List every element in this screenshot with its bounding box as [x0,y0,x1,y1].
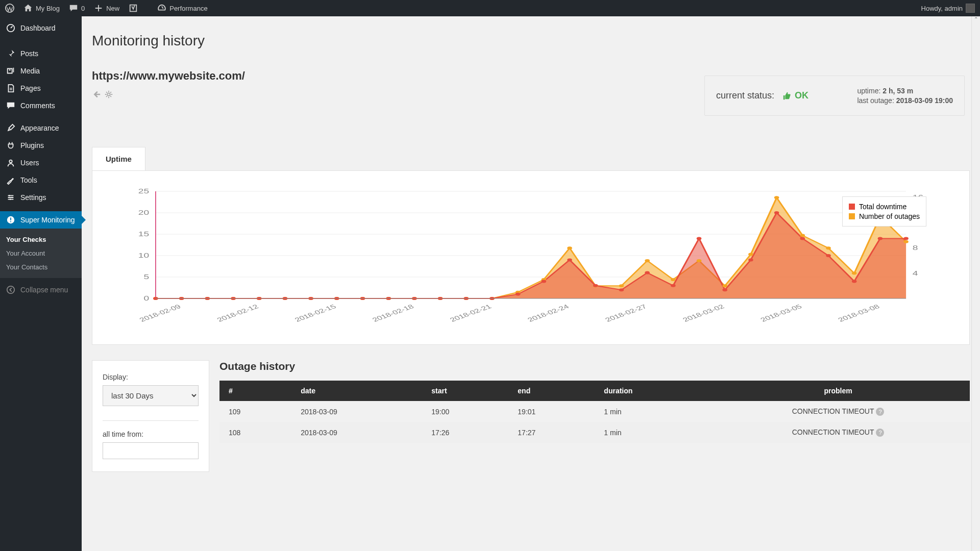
svg-point-5 [11,197,13,198]
svg-text:2018-03-02: 2018-03-02 [681,304,726,323]
svg-text:15: 15 [138,231,149,237]
last-outage-value: 2018-03-09 19:00 [896,96,953,105]
display-select[interactable]: last 30 Days [103,385,199,406]
sidebar-item-super-monitoring[interactable]: Super Monitoring [0,211,82,229]
sidebar-item-pages[interactable]: Pages [0,80,82,97]
home-icon [23,4,33,13]
all-time-from-input[interactable] [103,442,199,459]
collapse-menu[interactable]: Collapse menu [0,281,82,298]
sidebar-sub-your-checks[interactable]: Your Checks [0,233,82,246]
chart-legend: Total downtime Number of outages [842,196,926,227]
svg-point-94 [800,237,805,240]
svg-rect-9 [10,221,11,222]
tab-uptime[interactable]: Uptime [92,147,145,170]
sidebar-item-tools[interactable]: Tools [0,171,82,189]
uptime-chart: 05101520254812162018-02-092018-02-122018… [123,186,939,324]
svg-point-83 [516,293,521,296]
content-area: Monitoring history https://www.mywebsite… [82,16,980,551]
svg-point-91 [722,288,727,291]
table-row: 1082018-03-0917:2617:271 minCONNECTION T… [219,422,970,443]
last-outage-label: last outage: [857,96,894,105]
outage-panel: Outage history # date start end duration… [219,360,970,472]
outage-table: # date start end duration problem 109201… [219,381,970,443]
svg-point-88 [645,271,650,274]
svg-point-84 [542,280,547,283]
svg-text:2018-02-27: 2018-02-27 [603,304,648,323]
svg-point-10 [7,286,14,293]
sidebar-sub-your-contacts[interactable]: Your Contacts [0,260,82,274]
new-link[interactable]: New [94,4,119,13]
svg-point-58 [645,259,650,262]
back-button[interactable] [92,90,101,101]
uptime-value: 2 h, 53 m [883,87,913,95]
arrow-left-icon [92,90,101,99]
svg-point-63 [774,196,779,199]
sidebar-item-settings[interactable]: Settings [0,189,82,206]
svg-point-60 [697,259,702,262]
svg-point-90 [697,237,702,240]
svg-text:4: 4 [913,270,918,277]
svg-text:5: 5 [143,273,149,280]
table-row: 1092018-03-0919:0019:011 minCONNECTION T… [219,401,970,422]
wp-logo[interactable] [5,4,14,13]
dashboard-icon [6,23,15,33]
help-icon[interactable]: ? [876,429,884,437]
svg-text:20: 20 [138,209,149,216]
svg-text:2018-02-09: 2018-02-09 [138,304,182,323]
page-title: Monitoring history [92,33,970,49]
sidebar-sub-your-account[interactable]: Your Account [0,246,82,260]
svg-text:2018-02-21: 2018-02-21 [448,304,493,323]
svg-text:2018-02-24: 2018-02-24 [526,304,570,323]
admin-sidebar: Dashboard Posts Media Pages Comments App… [0,16,82,551]
scrollbar[interactable]: ⌃ [971,16,980,551]
sidebar-item-dashboard[interactable]: Dashboard [0,16,82,40]
tabs: Uptime [92,147,970,170]
sidebar-item-posts[interactable]: Posts [0,45,82,62]
sidebar-item-comments[interactable]: Comments [0,97,82,114]
performance-link[interactable]: Performance [157,4,207,13]
svg-point-57 [619,284,624,287]
svg-text:2018-03-08: 2018-03-08 [837,304,881,323]
yoast-link[interactable] [129,4,138,13]
comments-link[interactable]: 0 [69,4,85,13]
sidebar-item-plugins[interactable]: Plugins [0,137,82,154]
site-name: My Blog [36,5,60,12]
svg-text:8: 8 [913,245,918,252]
sidebar-item-users[interactable]: Users [0,154,82,171]
sidebar-item-media[interactable]: Media [0,62,82,80]
gauge-icon [157,4,166,13]
svg-point-93 [774,211,779,214]
howdy-link[interactable]: Howdy, admin [921,4,975,13]
collapse-icon [6,285,15,294]
svg-point-95 [826,254,831,257]
settings-gear-button[interactable] [104,90,113,101]
svg-text:0: 0 [143,295,149,302]
plus-icon [94,4,103,13]
display-label: Display: [103,373,199,381]
outage-history-title: Outage history [219,360,970,372]
avatar-icon [966,4,975,13]
thumbs-up-icon [782,91,792,101]
svg-point-66 [852,272,857,275]
comment-icon [6,101,15,110]
user-icon [6,158,15,167]
svg-text:25: 25 [138,188,149,194]
status-value: OK [782,90,808,101]
sidebar-item-appearance[interactable]: Appearance [0,119,82,137]
help-icon[interactable]: ? [876,408,884,416]
pages-icon [6,84,15,93]
svg-point-62 [748,253,753,256]
comment-icon [69,4,78,13]
svg-point-6 [10,198,11,200]
brush-icon [6,123,15,133]
site-link[interactable]: My Blog [23,4,60,13]
svg-point-98 [903,237,909,240]
svg-point-85 [567,258,572,261]
yoast-icon [129,4,138,13]
plug-icon [6,141,15,150]
status-card: current status: OK uptime: 2 h, 53 m las… [704,76,965,116]
svg-text:2018-02-12: 2018-02-12 [215,304,260,323]
svg-point-89 [671,284,676,287]
svg-point-92 [748,258,753,261]
svg-point-61 [722,284,727,287]
